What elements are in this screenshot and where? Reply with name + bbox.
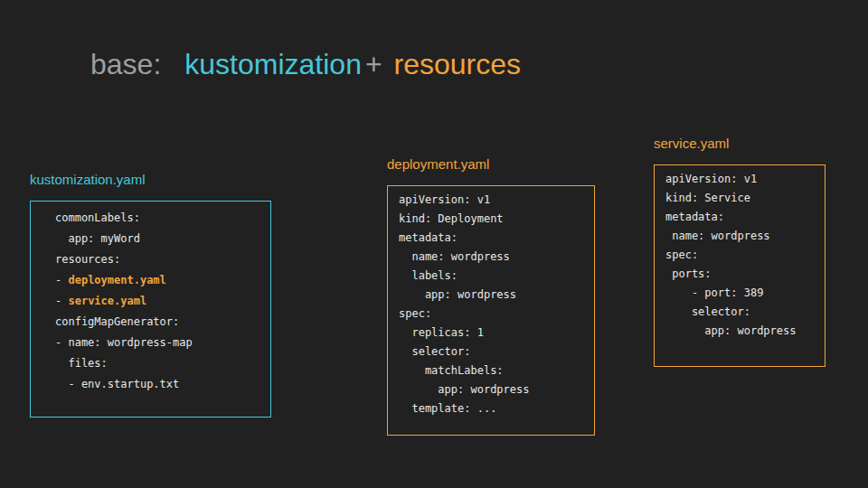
code-line: kind: Service (665, 189, 825, 208)
code-line: spec: (399, 305, 594, 324)
code-text: - env.startup.txt (55, 378, 179, 390)
title-base: base: (90, 48, 161, 80)
title-plus: + (365, 48, 382, 80)
panel-label-deployment: deployment.yaml (387, 155, 595, 173)
code-text: resources: (55, 253, 120, 266)
code-line: files: (55, 353, 270, 374)
code-line: app: myWord (55, 229, 270, 249)
code-line: commonLabels: (55, 208, 270, 229)
code-line: name: wordpress (399, 248, 594, 267)
code-text: ports: (665, 267, 712, 280)
code-text: matchLabels: (399, 364, 504, 377)
code-text: configMapGenerator: (55, 315, 179, 328)
code-highlight: deployment.yaml (68, 274, 165, 286)
code-text: apiVersion: v1 (399, 193, 490, 206)
code-text: app: wordpress (399, 288, 516, 301)
code-text: selector: (399, 345, 470, 358)
code-text: template: ... (399, 402, 496, 415)
code-text: - (55, 274, 68, 286)
code-line: - env.startup.txt (55, 374, 270, 395)
code-text: app: wordpress (665, 324, 797, 337)
code-text: replicas: 1 (399, 326, 484, 339)
code-text: name: wordpress (665, 230, 770, 242)
panel-label-service: service.yaml (654, 135, 826, 152)
code-text: labels: (399, 269, 458, 282)
code-line: app: wordpress (665, 322, 825, 341)
code-line: labels: (399, 267, 594, 286)
code-line: metadata: (399, 229, 594, 248)
code-text: app: wordpress (399, 383, 530, 396)
code-line: selector: (399, 343, 594, 361)
code-line: template: ... (399, 399, 594, 418)
panel-label-kustomization: kustomization.yaml (30, 171, 271, 188)
code-line: app: wordpress (399, 380, 594, 399)
code-box-kustomization: commonLabels: app: myWordresources:- dep… (30, 201, 271, 418)
code-line: apiVersion: v1 (665, 170, 825, 189)
code-text: spec: (665, 249, 698, 261)
code-text: - name: wordpress-map (55, 336, 193, 349)
title-kustomization: kustomization (184, 48, 362, 80)
slide-title: base:kustomization+ resources (90, 47, 521, 81)
code-text: - (55, 295, 68, 307)
code-line: metadata: (665, 208, 825, 227)
code-line: - deployment.yaml (55, 270, 270, 291)
code-text: kind: Deployment (399, 212, 504, 225)
code-line: resources: (55, 249, 270, 270)
code-text: commonLabels: (55, 211, 140, 224)
code-line: matchLabels: (399, 361, 594, 380)
code-line: selector: (665, 303, 825, 322)
panel-service: service.yaml apiVersion: v1kind: Service… (654, 135, 826, 367)
title-resources: resources (394, 48, 522, 80)
code-text: - port: 389 (665, 286, 763, 299)
code-line: ports: (665, 265, 825, 284)
code-line: - service.yaml (55, 291, 270, 312)
panel-kustomization: kustomization.yaml commonLabels: app: my… (30, 171, 271, 418)
code-line: app: wordpress (399, 286, 594, 305)
code-line: - port: 389 (665, 284, 825, 303)
code-line: kind: Deployment (399, 210, 594, 229)
code-text: metadata: (665, 211, 724, 223)
code-text: kind: Service (665, 192, 750, 204)
code-line: name: wordpress (665, 227, 825, 246)
code-box-service: apiVersion: v1kind: Servicemetadata: nam… (654, 164, 826, 367)
code-line: replicas: 1 (399, 324, 594, 343)
code-line: - name: wordpress-map (55, 333, 270, 353)
code-text: files: (55, 357, 108, 370)
code-box-deployment: apiVersion: v1kind: Deploymentmetadata: … (387, 185, 595, 436)
code-text: apiVersion: v1 (665, 173, 757, 185)
code-text: selector: (665, 305, 750, 318)
code-line: configMapGenerator: (55, 312, 270, 333)
code-text: metadata: (399, 231, 458, 244)
slide: base:kustomization+ resources kustomizat… (0, 0, 868, 488)
code-text: name: wordpress (399, 250, 510, 263)
panel-deployment: deployment.yaml apiVersion: v1kind: Depl… (387, 155, 595, 436)
code-highlight: service.yaml (68, 295, 146, 307)
code-line: apiVersion: v1 (399, 191, 594, 210)
code-text: spec: (399, 307, 431, 320)
code-line: spec: (665, 246, 825, 265)
code-text: app: myWord (55, 232, 140, 245)
